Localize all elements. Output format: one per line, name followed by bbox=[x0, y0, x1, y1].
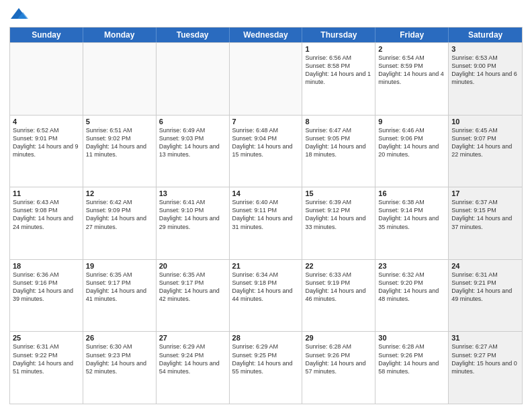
calendar-row-5: 25Sunrise: 6:31 AM Sunset: 9:22 PM Dayli… bbox=[10, 331, 522, 404]
day-details: Sunrise: 6:39 AM Sunset: 9:12 PM Dayligh… bbox=[305, 198, 372, 231]
day-cell-23: 23Sunrise: 6:32 AM Sunset: 9:20 PM Dayli… bbox=[375, 260, 449, 332]
day-details: Sunrise: 6:31 AM Sunset: 9:21 PM Dayligh… bbox=[451, 271, 519, 304]
empty-cell bbox=[83, 43, 157, 115]
header bbox=[9, 7, 523, 21]
day-details: Sunrise: 6:53 AM Sunset: 9:00 PM Dayligh… bbox=[451, 54, 519, 87]
day-cell-16: 16Sunrise: 6:38 AM Sunset: 9:14 PM Dayli… bbox=[375, 187, 449, 259]
day-details: Sunrise: 6:51 AM Sunset: 9:02 PM Dayligh… bbox=[86, 126, 153, 159]
day-number: 29 bbox=[305, 334, 372, 342]
day-details: Sunrise: 6:56 AM Sunset: 8:58 PM Dayligh… bbox=[305, 54, 372, 87]
day-cell-21: 21Sunrise: 6:34 AM Sunset: 9:18 PM Dayli… bbox=[230, 260, 303, 332]
day-details: Sunrise: 6:35 AM Sunset: 9:17 PM Dayligh… bbox=[159, 271, 226, 304]
day-cell-9: 9Sunrise: 6:46 AM Sunset: 9:06 PM Daylig… bbox=[375, 116, 449, 187]
day-cell-1: 1Sunrise: 6:56 AM Sunset: 8:58 PM Daylig… bbox=[302, 43, 375, 115]
day-details: Sunrise: 6:37 AM Sunset: 9:15 PM Dayligh… bbox=[451, 198, 519, 231]
day-details: Sunrise: 6:35 AM Sunset: 9:17 PM Dayligh… bbox=[86, 271, 153, 304]
day-cell-30: 30Sunrise: 6:28 AM Sunset: 9:26 PM Dayli… bbox=[375, 332, 449, 404]
day-details: Sunrise: 6:31 AM Sunset: 9:22 PM Dayligh… bbox=[13, 342, 80, 375]
day-number: 6 bbox=[159, 118, 226, 126]
day-number: 14 bbox=[232, 189, 300, 197]
day-number: 19 bbox=[86, 262, 153, 270]
day-cell-17: 17Sunrise: 6:37 AM Sunset: 9:15 PM Dayli… bbox=[449, 187, 522, 259]
day-cell-13: 13Sunrise: 6:41 AM Sunset: 9:10 PM Dayli… bbox=[157, 187, 230, 259]
empty-cell bbox=[230, 43, 303, 115]
day-details: Sunrise: 6:32 AM Sunset: 9:20 PM Dayligh… bbox=[378, 271, 445, 304]
day-details: Sunrise: 6:33 AM Sunset: 9:19 PM Dayligh… bbox=[305, 271, 372, 304]
day-cell-7: 7Sunrise: 6:48 AM Sunset: 9:04 PM Daylig… bbox=[230, 116, 303, 187]
day-cell-19: 19Sunrise: 6:35 AM Sunset: 9:17 PM Dayli… bbox=[83, 260, 157, 332]
day-cell-2: 2Sunrise: 6:54 AM Sunset: 8:59 PM Daylig… bbox=[375, 43, 449, 115]
day-details: Sunrise: 6:28 AM Sunset: 9:26 PM Dayligh… bbox=[305, 342, 372, 375]
day-number: 20 bbox=[159, 262, 226, 270]
day-number: 24 bbox=[451, 262, 519, 270]
page: SundayMondayTuesdayWednesdayThursdayFrid… bbox=[0, 0, 532, 411]
day-cell-20: 20Sunrise: 6:35 AM Sunset: 9:17 PM Dayli… bbox=[157, 260, 230, 332]
day-cell-6: 6Sunrise: 6:49 AM Sunset: 9:03 PM Daylig… bbox=[157, 116, 230, 187]
day-details: Sunrise: 6:49 AM Sunset: 9:03 PM Dayligh… bbox=[159, 126, 226, 159]
day-number: 13 bbox=[159, 189, 226, 197]
day-cell-27: 27Sunrise: 6:29 AM Sunset: 9:24 PM Dayli… bbox=[157, 332, 230, 404]
day-number: 11 bbox=[13, 189, 80, 197]
day-details: Sunrise: 6:27 AM Sunset: 9:27 PM Dayligh… bbox=[451, 342, 519, 375]
day-number: 9 bbox=[378, 118, 445, 126]
day-number: 5 bbox=[86, 118, 153, 126]
day-number: 27 bbox=[159, 334, 226, 342]
logo bbox=[9, 7, 31, 21]
day-cell-5: 5Sunrise: 6:51 AM Sunset: 9:02 PM Daylig… bbox=[83, 116, 157, 187]
header-day-sunday: Sunday bbox=[10, 28, 83, 42]
day-number: 18 bbox=[13, 262, 80, 270]
day-cell-29: 29Sunrise: 6:28 AM Sunset: 9:26 PM Dayli… bbox=[302, 332, 375, 404]
day-number: 30 bbox=[378, 334, 445, 342]
calendar-row-1: 1Sunrise: 6:56 AM Sunset: 8:58 PM Daylig… bbox=[10, 42, 522, 115]
day-number: 23 bbox=[378, 262, 445, 270]
day-details: Sunrise: 6:45 AM Sunset: 9:07 PM Dayligh… bbox=[451, 126, 519, 159]
day-number: 10 bbox=[451, 118, 519, 126]
day-cell-26: 26Sunrise: 6:30 AM Sunset: 9:23 PM Dayli… bbox=[83, 332, 157, 404]
header-day-friday: Friday bbox=[375, 28, 449, 42]
day-cell-25: 25Sunrise: 6:31 AM Sunset: 9:22 PM Dayli… bbox=[10, 332, 83, 404]
header-day-thursday: Thursday bbox=[302, 28, 375, 42]
day-details: Sunrise: 6:30 AM Sunset: 9:23 PM Dayligh… bbox=[86, 342, 153, 375]
day-number: 28 bbox=[232, 334, 300, 342]
header-day-wednesday: Wednesday bbox=[230, 28, 303, 42]
day-details: Sunrise: 6:48 AM Sunset: 9:04 PM Dayligh… bbox=[232, 126, 300, 159]
calendar-row-3: 11Sunrise: 6:43 AM Sunset: 9:08 PM Dayli… bbox=[10, 187, 522, 259]
day-details: Sunrise: 6:47 AM Sunset: 9:05 PM Dayligh… bbox=[305, 126, 372, 159]
day-details: Sunrise: 6:34 AM Sunset: 9:18 PM Dayligh… bbox=[232, 271, 300, 304]
header-day-monday: Monday bbox=[83, 28, 157, 42]
logo-icon bbox=[9, 7, 28, 21]
calendar-header: SundayMondayTuesdayWednesdayThursdayFrid… bbox=[10, 28, 522, 42]
day-cell-28: 28Sunrise: 6:29 AM Sunset: 9:25 PM Dayli… bbox=[230, 332, 303, 404]
day-cell-14: 14Sunrise: 6:40 AM Sunset: 9:11 PM Dayli… bbox=[230, 187, 303, 259]
day-details: Sunrise: 6:42 AM Sunset: 9:09 PM Dayligh… bbox=[86, 198, 153, 231]
day-number: 12 bbox=[86, 189, 153, 197]
day-cell-15: 15Sunrise: 6:39 AM Sunset: 9:12 PM Dayli… bbox=[302, 187, 375, 259]
day-details: Sunrise: 6:29 AM Sunset: 9:24 PM Dayligh… bbox=[159, 342, 226, 375]
day-details: Sunrise: 6:36 AM Sunset: 9:16 PM Dayligh… bbox=[13, 271, 80, 304]
day-number: 1 bbox=[305, 45, 372, 53]
calendar-body: 1Sunrise: 6:56 AM Sunset: 8:58 PM Daylig… bbox=[10, 42, 522, 404]
day-details: Sunrise: 6:28 AM Sunset: 9:26 PM Dayligh… bbox=[378, 342, 445, 375]
calendar: SundayMondayTuesdayWednesdayThursdayFrid… bbox=[9, 27, 523, 404]
day-details: Sunrise: 6:52 AM Sunset: 9:01 PM Dayligh… bbox=[13, 126, 80, 159]
day-details: Sunrise: 6:41 AM Sunset: 9:10 PM Dayligh… bbox=[159, 198, 226, 231]
day-number: 26 bbox=[86, 334, 153, 342]
day-cell-4: 4Sunrise: 6:52 AM Sunset: 9:01 PM Daylig… bbox=[10, 116, 83, 187]
day-number: 2 bbox=[378, 45, 445, 53]
day-details: Sunrise: 6:29 AM Sunset: 9:25 PM Dayligh… bbox=[232, 342, 300, 375]
day-cell-31: 31Sunrise: 6:27 AM Sunset: 9:27 PM Dayli… bbox=[449, 332, 522, 404]
day-cell-12: 12Sunrise: 6:42 AM Sunset: 9:09 PM Dayli… bbox=[83, 187, 157, 259]
day-cell-24: 24Sunrise: 6:31 AM Sunset: 9:21 PM Dayli… bbox=[449, 260, 522, 332]
day-cell-3: 3Sunrise: 6:53 AM Sunset: 9:00 PM Daylig… bbox=[449, 43, 522, 115]
day-number: 8 bbox=[305, 118, 372, 126]
day-number: 25 bbox=[13, 334, 80, 342]
calendar-row-2: 4Sunrise: 6:52 AM Sunset: 9:01 PM Daylig… bbox=[10, 115, 522, 187]
day-number: 22 bbox=[305, 262, 372, 270]
day-details: Sunrise: 6:46 AM Sunset: 9:06 PM Dayligh… bbox=[378, 126, 445, 159]
header-day-saturday: Saturday bbox=[449, 28, 522, 42]
day-number: 3 bbox=[451, 45, 519, 53]
day-number: 31 bbox=[451, 334, 519, 342]
day-cell-8: 8Sunrise: 6:47 AM Sunset: 9:05 PM Daylig… bbox=[302, 116, 375, 187]
day-details: Sunrise: 6:38 AM Sunset: 9:14 PM Dayligh… bbox=[378, 198, 445, 231]
day-cell-11: 11Sunrise: 6:43 AM Sunset: 9:08 PM Dayli… bbox=[10, 187, 83, 259]
